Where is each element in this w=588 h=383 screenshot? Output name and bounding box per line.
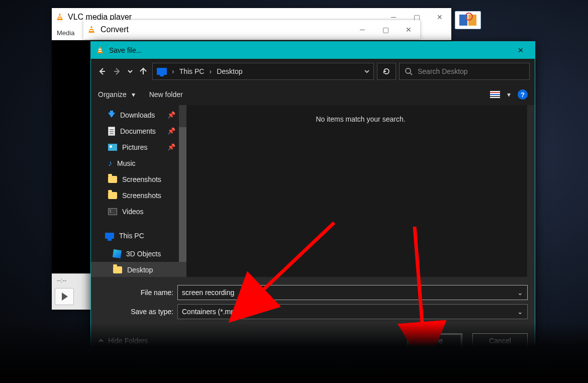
address-bar[interactable]: › This PC › Desktop <box>152 63 374 80</box>
address-dropdown[interactable] <box>364 67 369 75</box>
file-list-area[interactable]: No items match your search. <box>186 105 535 277</box>
pictures-icon <box>108 144 117 151</box>
hide-folders-button[interactable]: Hide Folders <box>98 337 148 345</box>
tree-item[interactable]: ♪Music <box>91 155 186 171</box>
folder-icon <box>108 176 117 183</box>
view-options-icon[interactable] <box>490 91 500 98</box>
breadcrumb-root[interactable]: This PC <box>179 67 205 75</box>
recent-locations-button[interactable] <box>126 64 134 78</box>
tree-item[interactable]: Downloads📌 <box>91 107 186 123</box>
search-box[interactable]: Search Desktop <box>399 63 530 80</box>
3d-objects-icon <box>113 249 122 258</box>
toolbar: Organize ▾ New folder ▾ ? <box>91 84 535 105</box>
save-as-type-value: Containers (*.mp4) <box>182 308 241 316</box>
dialog-titlebar: Save file... ✕ <box>91 42 535 59</box>
tree-label: Screenshots <box>122 175 161 183</box>
action-row: Hide Folders Save Cancel <box>91 327 535 354</box>
tree-item[interactable]: 3D Objects <box>91 246 186 262</box>
pin-icon: 📌 <box>167 143 175 151</box>
save-button[interactable]: Save <box>407 333 462 348</box>
tree-item[interactable]: Desktop <box>91 262 186 277</box>
vlc-cone-icon <box>87 26 95 34</box>
close-button[interactable]: ✕ <box>428 8 451 26</box>
tree-item[interactable]: Screenshots <box>91 171 186 187</box>
document-icon <box>108 127 115 136</box>
vlc-cone-icon <box>56 13 64 21</box>
tree-label: Pictures <box>122 143 148 151</box>
forward-button[interactable] <box>111 64 123 78</box>
pc-icon <box>105 233 114 239</box>
file-name-field[interactable] <box>182 289 517 297</box>
dialog-title: Save file... <box>109 46 142 54</box>
snipping-tool-icon[interactable] <box>455 11 481 29</box>
pin-icon: 📌 <box>167 111 175 119</box>
pc-icon <box>157 68 167 75</box>
empty-message: No items match your search. <box>316 115 405 123</box>
tree-item[interactable]: Screenshots <box>91 187 186 204</box>
chevron-down-icon[interactable]: ⌄ <box>517 289 523 297</box>
chevron-up-icon <box>98 338 104 344</box>
menu-media[interactable]: Media <box>57 29 74 37</box>
help-button[interactable]: ? <box>518 89 528 100</box>
close-button[interactable]: ✕ <box>511 43 531 57</box>
tree-label: 3D Objects <box>126 250 161 258</box>
view-dropdown[interactable]: ▾ <box>507 90 511 99</box>
folder-icon <box>113 266 122 273</box>
tree-label: Desktop <box>127 266 153 274</box>
video-icon <box>108 208 117 215</box>
chevron-down-icon <box>128 69 133 74</box>
tree-label: Videos <box>122 208 144 216</box>
tree-item[interactable]: Documents📌 <box>91 123 186 139</box>
tree-label: Screenshots <box>122 191 161 200</box>
chevron-down-icon[interactable]: ⌄ <box>517 308 523 316</box>
maximize-button[interactable]: ▢ <box>374 21 397 39</box>
navigation-row: › This PC › Desktop Search Desktop <box>91 59 535 84</box>
breadcrumb-current[interactable]: Desktop <box>217 67 242 75</box>
tree-label: Downloads <box>120 111 155 119</box>
folder-icon <box>108 192 117 199</box>
save-as-type-select[interactable]: Containers (*.mp4) ⌄ <box>177 304 528 319</box>
convert-title: Convert <box>101 25 129 34</box>
tree-item-this-pc[interactable]: This PC <box>91 228 186 244</box>
refresh-button[interactable] <box>377 63 396 80</box>
search-placeholder: Search Desktop <box>418 67 468 75</box>
tree-item[interactable]: Pictures📌 <box>91 139 186 155</box>
play-button[interactable] <box>55 288 74 305</box>
folder-tree: ▴ ▾ Downloads📌Documents📌Pictures📌♪MusicS… <box>91 105 186 277</box>
tree-item[interactable]: Videos <box>91 204 186 220</box>
tree-label: Music <box>117 159 136 167</box>
back-button[interactable] <box>96 64 108 78</box>
vlc-cone-icon <box>96 46 104 54</box>
convert-window: Convert ─ ▢ ✕ <box>83 20 420 39</box>
minimize-button[interactable]: ─ <box>351 21 374 39</box>
pin-icon: 📌 <box>167 127 175 135</box>
bottom-panel: File name: ⌄ Save as type: Containers (*… <box>91 277 535 327</box>
close-button[interactable]: ✕ <box>397 21 420 39</box>
arrow-up-icon <box>139 67 147 75</box>
svg-point-0 <box>406 68 411 73</box>
scrollbar-track[interactable] <box>527 105 535 277</box>
up-button[interactable] <box>137 64 149 78</box>
music-icon: ♪ <box>108 159 112 167</box>
arrow-right-icon <box>113 67 121 75</box>
save-file-dialog: Save file... ✕ › This PC › Desktop <box>90 41 535 355</box>
breadcrumb-separator-icon: › <box>209 67 212 75</box>
organize-button[interactable]: Organize ▾ <box>98 90 135 99</box>
resize-grip[interactable] <box>527 346 534 353</box>
chevron-down-icon: ▾ <box>132 90 135 99</box>
download-icon <box>108 113 115 118</box>
cancel-button[interactable]: Cancel <box>472 333 528 348</box>
file-name-label: File name: <box>98 289 173 297</box>
tree-label: This PC <box>119 232 144 240</box>
convert-window-controls: ─ ▢ ✕ <box>351 21 420 39</box>
breadcrumb-separator-icon: › <box>172 67 174 75</box>
arrow-left-icon <box>98 67 106 75</box>
chevron-down-icon <box>364 69 369 74</box>
new-folder-button[interactable]: New folder <box>149 90 183 99</box>
save-as-type-label: Save as type: <box>98 308 173 316</box>
file-name-input[interactable]: ⌄ <box>177 285 528 300</box>
tree-label: Documents <box>120 127 156 135</box>
refresh-icon <box>382 67 390 75</box>
search-icon <box>405 67 413 75</box>
